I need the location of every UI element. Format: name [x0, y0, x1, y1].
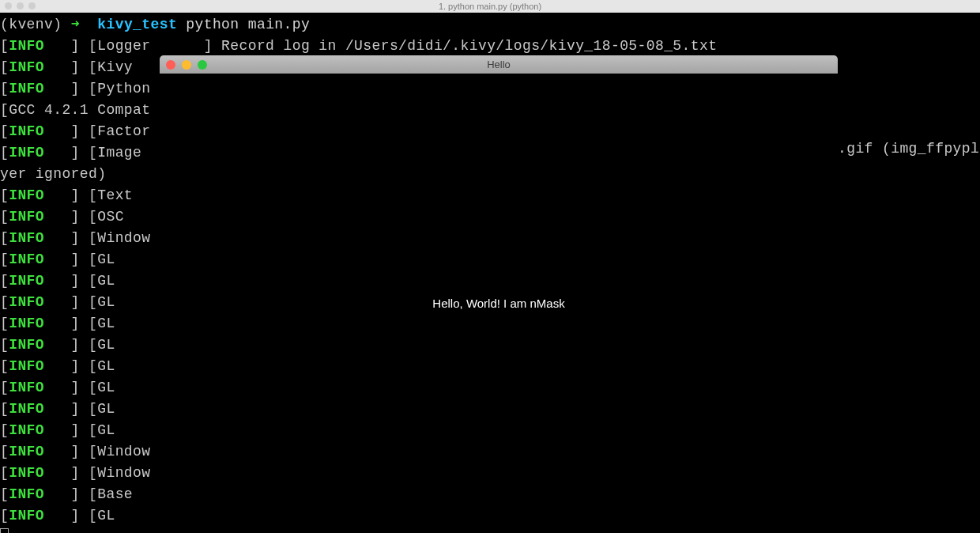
kivy-app-window[interactable]: Hello Hello, World! I am nMask [160, 55, 838, 533]
log-level: INFO [9, 358, 44, 374]
close-icon[interactable] [166, 60, 175, 70]
log-tag: [Base [89, 486, 133, 502]
log-level: INFO [9, 209, 44, 225]
log-level: INFO [9, 465, 44, 481]
kivy-label: Hello, World! I am nMask [432, 297, 564, 310]
log-tag: [GL [89, 401, 115, 417]
log-level: INFO [9, 401, 44, 417]
log-level: INFO [9, 486, 44, 502]
log-level: INFO [9, 145, 44, 161]
log-tag: [GL [89, 251, 115, 267]
prompt-arrow: ➜ [71, 17, 80, 32]
log-level: INFO [9, 273, 44, 289]
log-level: INFO [9, 380, 44, 395]
log-tag: [GL [89, 380, 115, 395]
outer-max-dot[interactable] [28, 2, 36, 9]
venv-name: (kvenv) [0, 17, 62, 32]
kivy-window-body: Hello, World! I am nMask [160, 74, 838, 533]
log-level: INFO [9, 251, 44, 267]
prompt-dir: kivy_test [97, 17, 177, 32]
log-level: INFO [9, 444, 44, 459]
log-tag: [Kivy [89, 59, 133, 75]
log-tag: [GL [89, 294, 115, 310]
log-level: INFO [9, 508, 44, 524]
log-level: INFO [9, 59, 44, 75]
log-tag: [Factor [89, 123, 150, 139]
log-tag: [Image [89, 145, 141, 161]
prompt-line: (kvenv) ➜ kivy_test python main.py [0, 14, 980, 36]
log-line: [INFO ] [Logger ] Record log in /Users/d… [0, 36, 980, 57]
log-tag: [GL [89, 508, 115, 524]
log-level: INFO [9, 316, 44, 331]
log-msg: Record log in /Users/didi/.kivy/logs/kiv… [221, 38, 717, 54]
log-tag: [GL [89, 273, 115, 289]
kivy-traffic-lights [166, 60, 207, 70]
log-level: INFO [9, 187, 44, 203]
outer-window-title: 1. python main.py (python) [439, 2, 541, 11]
log-level: INFO [9, 337, 44, 353]
log-level: INFO [9, 422, 44, 438]
terminal-cursor [0, 528, 9, 533]
log-tag: [GL [89, 358, 115, 374]
kivy-window-title: Hello [160, 59, 838, 70]
log-tag: Logger [97, 38, 150, 54]
log-level: INFO [9, 123, 44, 139]
log-tag: [Window [89, 444, 150, 459]
outer-traffic-lights [5, 2, 36, 9]
log-level: INFO [9, 81, 44, 96]
log-tag: [GL [89, 422, 115, 438]
outer-min-dot[interactable] [17, 2, 24, 9]
log-tag: [Text [89, 187, 133, 203]
log-tag: [Window [89, 465, 150, 481]
log-level: INFO [9, 294, 44, 310]
log-tag: [Python [89, 81, 150, 96]
log-level: INFO [9, 38, 44, 54]
log-tag: [Window [89, 230, 150, 246]
minimize-icon[interactable] [182, 60, 191, 70]
prompt-command: python main.py [186, 17, 310, 32]
log-tag: [OSC [89, 209, 124, 225]
log-level: INFO [9, 230, 44, 246]
outer-close-dot[interactable] [5, 2, 12, 9]
kivy-titlebar[interactable]: Hello [160, 55, 838, 74]
outer-window-titlebar: 1. python main.py (python) [0, 0, 980, 13]
log-tag: [GL [89, 316, 115, 331]
right-fragment-text: .gif (img_ffpypl [838, 141, 979, 157]
log-tag: [GL [89, 337, 115, 353]
maximize-icon[interactable] [198, 60, 207, 70]
